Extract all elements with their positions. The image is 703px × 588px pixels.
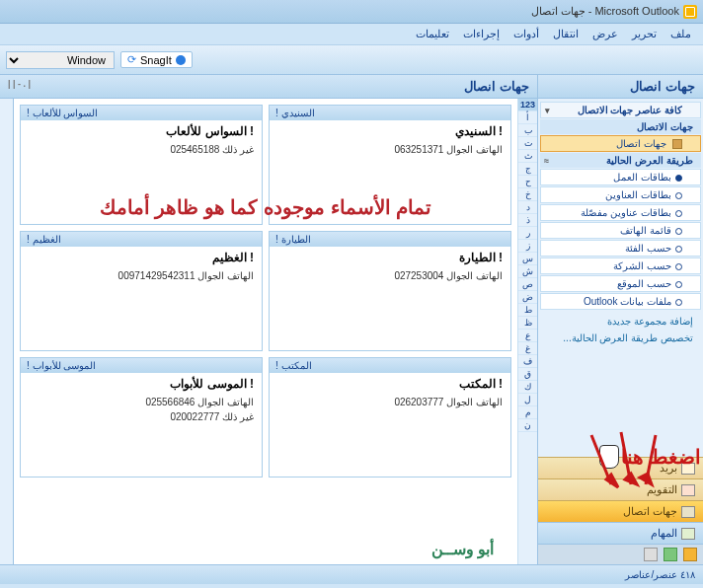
titlebar: Microsoft Outlook - جهات اتصال <box>0 0 703 24</box>
contact-card[interactable]: ! الغظيم ! الغظيم 00971429542311 الهاتف … <box>20 231 263 351</box>
customize-view-link[interactable]: تخصيص طريقة العرض الحالية... <box>538 330 703 346</box>
card-phone: 027253004 الهاتف الجوال <box>270 268 510 283</box>
nav-icon-row <box>538 544 703 564</box>
view-by-category[interactable]: حسب الفئة <box>540 240 701 257</box>
content-header: جهات انصال | . - | | <box>0 75 537 99</box>
nav-mail[interactable]: بريد <box>538 457 703 478</box>
all-contact-items[interactable]: كافة عناصر جهات الاتصال▾ <box>540 102 701 118</box>
card-phone: 026203777 الهاتف الجوال <box>270 395 510 409</box>
alpha-letter[interactable]: ز <box>518 240 537 253</box>
alpha-letter[interactable]: س <box>518 253 537 265</box>
nav-tasks[interactable]: المهام <box>538 522 703 544</box>
card-head: ! السواس للألعاب <box>21 106 262 120</box>
view-phone-list[interactable]: قائمة الهاتف <box>540 222 701 239</box>
refresh-icon: ⟳ <box>127 53 136 66</box>
contact-card[interactable]: ! الطيارة ! الطيارة 027253004 الهاتف الج… <box>269 231 511 351</box>
card-phone: 063251371 الهاتف الجوال <box>270 142 510 157</box>
signature: أبو وســن <box>431 540 494 558</box>
toolbar: SnagIt ⟳ Window <box>0 45 703 75</box>
sidebar-header: جهات انصال <box>538 75 703 99</box>
alpha-letter[interactable]: أ <box>518 111 537 124</box>
alpha-letter[interactable]: ت <box>518 137 537 150</box>
alpha-letter[interactable]: ح <box>518 176 537 188</box>
alpha-123[interactable]: 123 <box>518 99 537 111</box>
card-name: ! السواس للألعاب <box>21 120 262 142</box>
outlook-icon <box>683 5 697 19</box>
view-by-location[interactable]: حسب الموقع <box>540 275 701 292</box>
left-strip <box>0 99 14 564</box>
shortcut-icon-2[interactable] <box>664 548 677 561</box>
sidebar: جهات انصال كافة عناصر جهات الاتصال▾ جهات… <box>537 75 703 564</box>
alpha-letter[interactable]: م <box>518 406 537 419</box>
alpha-letter[interactable]: خ <box>518 188 537 201</box>
header-tools[interactable]: | . - | | <box>8 79 31 94</box>
menu-edit[interactable]: تحرير <box>626 26 663 42</box>
alpha-letter[interactable]: د <box>518 201 537 214</box>
window-title: Microsoft Outlook - جهات اتصال <box>531 5 679 18</box>
alpha-letter[interactable]: ش <box>518 265 537 278</box>
card-head: ! السنيدي <box>270 106 510 120</box>
menu-actions[interactable]: إجراءات <box>457 26 506 42</box>
card-head: ! الموسى للأبواب <box>21 358 262 373</box>
view-address-cards[interactable]: بطاقات العناوين <box>540 186 701 203</box>
snagit-icon <box>176 55 186 65</box>
card-head: ! الطيارة <box>270 232 510 247</box>
snagit-button[interactable]: SnagIt ⟳ <box>120 51 193 68</box>
alpha-letter[interactable]: ن <box>518 419 537 432</box>
alpha-letter[interactable]: ط <box>518 304 537 317</box>
menu-view[interactable]: عرض <box>586 26 624 42</box>
contacts-group-header[interactable]: جهات الاتصال <box>540 119 701 134</box>
alpha-letter[interactable]: ج <box>518 163 537 176</box>
card-phone: 025566846 الهاتف الجوال <box>21 395 262 409</box>
menubar: ملف تحرير عرض انتقال أدوات إجراءات تعليم… <box>0 24 703 45</box>
menu-go[interactable]: انتقال <box>547 26 585 42</box>
view-detailed-cards[interactable]: بطاقات عناوين مفصّلة <box>540 204 701 221</box>
alpha-letter[interactable]: ك <box>518 381 537 394</box>
alpha-letter[interactable]: ث <box>518 150 537 163</box>
nav-contacts[interactable]: جهات اتصال اضغط هنا <box>538 500 703 522</box>
contact-card[interactable]: ! الموسى للأبواب ! الموسى للأبواب 025566… <box>20 357 263 478</box>
alpha-letter[interactable]: ب <box>518 124 537 137</box>
view-business-cards[interactable]: بطاقات العمل <box>540 169 701 185</box>
content-pane: جهات انصال | . - | | 123 أ ب ت ث ج ح خ د… <box>0 75 537 564</box>
card-name: ! السنيدي <box>270 120 510 142</box>
alpha-letter[interactable]: ق <box>518 368 537 381</box>
view-by-company[interactable]: حسب الشركة <box>540 257 701 274</box>
item-count: ٤١٨ عنصر/عناصر <box>625 569 695 580</box>
contact-card[interactable]: ! السنيدي ! السنيدي 063251371 الهاتف الج… <box>269 105 511 225</box>
alpha-letter[interactable]: ع <box>518 330 537 342</box>
alpha-letter[interactable]: ظ <box>518 317 537 330</box>
card-name: ! الغظيم <box>21 247 262 268</box>
card-head: ! الغظيم <box>21 232 262 247</box>
current-view-header[interactable]: طريقة العرض الحالية≈ <box>540 153 701 168</box>
add-group-link[interactable]: إضافة مجموعة جديدة <box>538 313 703 330</box>
menu-help[interactable]: تعليمات <box>410 26 455 42</box>
card-name: ! الموسى للأبواب <box>21 373 262 395</box>
window-select[interactable]: Window <box>6 51 115 69</box>
alpha-letter[interactable]: ذ <box>518 214 537 227</box>
alpha-letter[interactable]: ض <box>518 291 537 304</box>
menu-tools[interactable]: أدوات <box>508 26 545 42</box>
statusbar: ٤١٨ عنصر/عناصر <box>0 564 703 584</box>
view-outlook-data[interactable]: ملفات بيانات Outlook <box>540 293 701 310</box>
nav-calendar[interactable]: التقويم <box>538 478 703 500</box>
card-phone: 025465188 غير ذلك <box>21 142 262 157</box>
contacts-folder[interactable]: جهات اتصال <box>540 135 701 152</box>
contact-card[interactable]: ! السواس للألعاب ! السواس للألعاب 025465… <box>20 105 263 225</box>
card-phone: 00971429542311 الهاتف الجوال <box>21 268 262 283</box>
alpha-letter[interactable]: ل <box>518 394 537 406</box>
shortcut-icon-3[interactable] <box>644 548 658 561</box>
menu-file[interactable]: ملف <box>664 26 697 42</box>
alpha-letter[interactable]: ر <box>518 227 537 240</box>
contacts-nav-icon <box>681 506 695 518</box>
contacts-icon <box>672 139 682 149</box>
contact-card[interactable]: ! المكتب ! المكتب 026203777 الهاتف الجوا… <box>269 357 511 478</box>
alpha-letter[interactable]: ف <box>518 355 537 368</box>
shortcut-icon-1[interactable] <box>683 548 697 561</box>
alpha-index: 123 أ ب ت ث ج ح خ د ذ ر ز س ش ص ض ط ظ ع … <box>517 99 537 564</box>
alpha-letter[interactable]: ص <box>518 278 537 291</box>
alpha-letter[interactable]: غ <box>518 342 537 355</box>
card-name: ! الطيارة <box>270 247 510 268</box>
main: جهات انصال كافة عناصر جهات الاتصال▾ جهات… <box>0 75 703 564</box>
tasks-icon <box>681 528 695 540</box>
